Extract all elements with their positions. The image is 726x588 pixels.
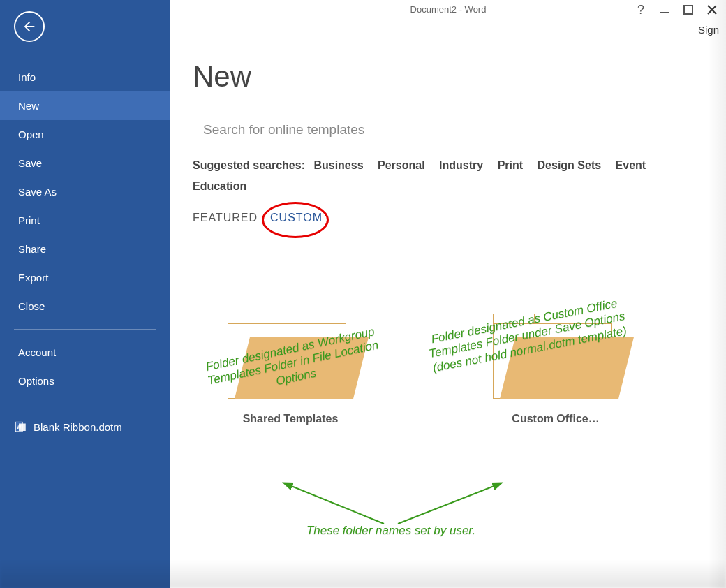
search-box[interactable] (193, 115, 695, 145)
recent-doc[interactable]: W Blank Ribbon.dotm (0, 413, 170, 441)
suggested-link[interactable]: Business (313, 159, 363, 171)
suggested-link[interactable]: Event (616, 159, 646, 171)
template-tabs: FEATURED CUSTOM (193, 212, 704, 224)
folder-custom-office[interactable]: Custom Office… (486, 308, 625, 425)
suggested-searches: Suggested searches: Business Personal In… (193, 155, 695, 198)
suggested-link[interactable]: Print (498, 159, 523, 171)
nav-separator (14, 329, 156, 330)
nav-item-save-as[interactable]: Save As (0, 177, 170, 206)
nav-item-print[interactable]: Print (0, 206, 170, 235)
nav-item-share[interactable]: Share (0, 235, 170, 263)
back-button[interactable] (14, 11, 45, 42)
suggested-link[interactable]: Industry (439, 159, 483, 171)
nav-item-account[interactable]: Account (0, 338, 170, 367)
backstage-sidebar: Info New Open Save Save As Print Share E… (0, 0, 170, 588)
search-input[interactable] (203, 115, 685, 145)
titlebar: Document2 - Word ? (170, 0, 726, 18)
svg-rect-3 (660, 12, 669, 13)
word-doc-icon: W (14, 420, 28, 434)
folder-icon (228, 308, 353, 399)
page-title: New (193, 60, 704, 94)
folder-icon (493, 308, 618, 399)
tab-custom-label: CUSTOM (270, 212, 323, 223)
suggested-label: Suggested searches: (193, 159, 305, 171)
restore-button[interactable] (681, 3, 695, 17)
window-title: Document2 - Word (410, 4, 487, 15)
folder-label: Shared Templates (243, 413, 339, 425)
folder-label: Custom Office… (512, 413, 599, 425)
recent-doc-label: Blank Ribbon.dotm (34, 421, 122, 433)
arrow-left-icon (22, 19, 37, 34)
folder-shared-templates[interactable]: Shared Templates (221, 308, 360, 425)
nav-separator (14, 404, 156, 404)
nav-item-open[interactable]: Open (0, 120, 170, 149)
suggested-link[interactable]: Education (193, 180, 246, 192)
tab-featured[interactable]: FEATURED (193, 212, 258, 224)
nav-item-close[interactable]: Close (0, 292, 170, 321)
suggested-link[interactable]: Personal (378, 159, 425, 171)
nav-item-info[interactable]: Info (0, 63, 170, 91)
nav-item-options[interactable]: Options (0, 367, 170, 395)
help-button[interactable]: ? (634, 3, 648, 17)
tab-custom[interactable]: CUSTOM (270, 212, 323, 224)
nav-item-new[interactable]: New (0, 91, 170, 120)
svg-rect-4 (684, 6, 692, 14)
nav-item-export[interactable]: Export (0, 263, 170, 292)
main-pane: Document2 - Word ? Sign New Su (170, 0, 726, 588)
suggested-link[interactable]: Design Sets (538, 159, 602, 171)
nav-item-save[interactable]: Save (0, 149, 170, 177)
svg-text:W: W (17, 425, 22, 429)
minimize-button[interactable] (658, 3, 672, 17)
